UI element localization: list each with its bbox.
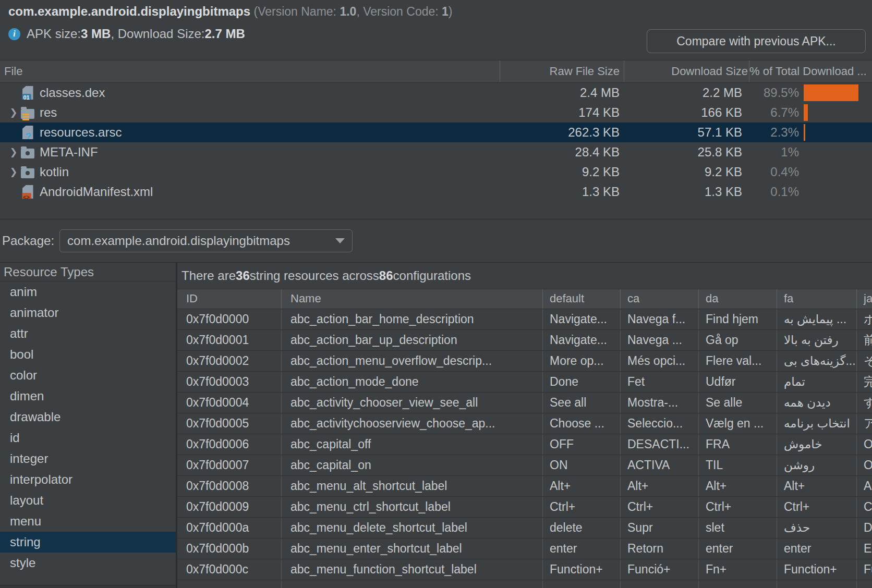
resource-row[interactable]: 0x7f0d000cabc_menu_function_shortcut_lab…: [177, 559, 872, 580]
sidebar-item-animator[interactable]: animator: [0, 302, 176, 323]
chevron-right-icon[interactable]: ❯: [7, 146, 20, 158]
sidebar-item-layout[interactable]: layout: [0, 490, 176, 511]
sidebar-item-id[interactable]: id: [0, 427, 176, 448]
cell-name: abc_action_bar_up_description: [282, 330, 543, 350]
cell-id: 0x7f0d0009: [177, 497, 282, 517]
cell-name: abc_action_menu_overflow_descrip...: [282, 351, 543, 371]
cell-id: 0x7f0d0003: [177, 372, 282, 392]
download-size-cell: 166 KB: [624, 105, 749, 120]
cell-da: Fn+: [699, 559, 777, 580]
resource-row[interactable]: 0x7f0d000babc_menu_enter_shortcut_labele…: [177, 538, 872, 559]
column-header-da[interactable]: da: [699, 289, 777, 309]
cell-name: abc_menu_enter_shortcut_label: [282, 538, 543, 559]
resource-row[interactable]: 0x7f0d0007abc_capital_onONACTIVATILروشنO…: [177, 455, 872, 476]
file-tree: 01classes.dex2.4 MB2.2 MB89.5%❯res174 KB…: [0, 83, 872, 202]
chevron-down-icon: [335, 238, 345, 243]
cell-da: Flere val...: [699, 351, 777, 371]
resource-row[interactable]: 0x7f0d0008abc_menu_alt_shortcut_labelAlt…: [177, 476, 872, 497]
resource-summary: There are 36 string resources across 86 …: [177, 263, 872, 289]
package-dropdown[interactable]: com.example.android.displayingbitmaps: [59, 229, 353, 252]
resource-table-header: ID Name default ca da fa ja: [177, 289, 872, 310]
column-header-name[interactable]: Name: [282, 289, 543, 309]
resource-row[interactable]: 0x7f0d0003abc_action_mode_doneDoneFetUdf…: [177, 372, 872, 393]
sidebar-item-bool[interactable]: bool: [0, 344, 176, 365]
file-row[interactable]: 01classes.dex2.4 MB2.2 MB89.5%: [0, 83, 872, 103]
cell-fa: گزینه‌های بی...: [777, 351, 857, 371]
percent-value: 6.7%: [749, 105, 799, 120]
sidebar-item-integer[interactable]: integer: [0, 448, 176, 469]
resource-row[interactable]: 0x7f0d0005abc_activitychooserview_choose…: [177, 413, 872, 434]
file-name: res: [40, 105, 500, 120]
cell-ja: 前: [857, 330, 872, 350]
cell-default: Choose ...: [543, 413, 621, 434]
column-header-raw-file-size[interactable]: Raw File Size: [500, 60, 624, 82]
sidebar-item-menu[interactable]: menu: [0, 511, 176, 532]
column-header-default[interactable]: default: [543, 289, 621, 309]
column-header-fa[interactable]: fa: [777, 289, 857, 309]
file-name: kotlin: [40, 165, 500, 179]
file-table-header: File Raw File Size Download Size % of To…: [0, 60, 872, 83]
summary-prefix: There are: [181, 268, 236, 283]
percent-bar-track: [804, 124, 872, 141]
cell-da: Alt+: [699, 476, 777, 496]
sidebar-item-string[interactable]: string: [0, 532, 176, 553]
file-row[interactable]: ❯res174 KB166 KB6.7%: [0, 103, 872, 123]
apk-size-label: APK size:: [27, 27, 81, 41]
summary-mid: string resources across: [250, 268, 379, 283]
resource-row[interactable]: 0x7f0d000aabc_menu_delete_shortcut_label…: [177, 518, 872, 538]
column-header-id[interactable]: ID: [177, 289, 282, 309]
percent-bar-track: [804, 164, 872, 180]
chevron-right-icon[interactable]: ❯: [7, 166, 20, 178]
cell-ca: Navega ...: [621, 330, 699, 350]
resource-row[interactable]: 0x7f0d0001abc_action_bar_up_descriptionN…: [177, 330, 872, 351]
percent-value: 89.5%: [749, 85, 799, 100]
cell-ja: Fu: [857, 559, 872, 580]
column-header-ca[interactable]: ca: [621, 289, 699, 309]
page-title: com.example.android.displayingbitmaps (V…: [8, 4, 872, 19]
sidebar-item-interpolator[interactable]: interpolator: [0, 469, 176, 490]
download-size-cell: 9.2 KB: [624, 165, 749, 179]
download-size-label: , Download Size:: [111, 27, 204, 41]
sidebar-item-color[interactable]: color: [0, 365, 176, 386]
resource-row[interactable]: 0x7f0d0004abc_activity_chooser_view_see_…: [177, 393, 872, 413]
cell-fa: رفتن به بالا: [777, 330, 857, 350]
column-header-download-size[interactable]: Download Size: [624, 60, 749, 82]
sidebar-footer: [0, 585, 176, 588]
resource-row[interactable]: 0x7f0d0002abc_action_menu_overflow_descr…: [177, 351, 872, 372]
cell-ca: Retorn: [621, 538, 699, 559]
cell-fa: پیمایش به ...: [777, 309, 857, 329]
cell-ja: Ct: [857, 497, 872, 517]
cell-name: abc_capital_on: [282, 455, 543, 475]
chevron-right-icon[interactable]: ❯: [7, 107, 20, 118]
cell-default: Alt+: [543, 476, 621, 496]
sidebar-item-style[interactable]: style: [0, 553, 176, 573]
resource-row[interactable]: 0x7f0d0006abc_capital_offOFFDESACTI...FR…: [177, 434, 872, 455]
sidebar-item-attr[interactable]: attr: [0, 323, 176, 344]
cell-fa: دیدن همه: [777, 393, 857, 413]
sidebar-item-dimen[interactable]: dimen: [0, 386, 176, 407]
resource-row[interactable]: 0x7f0d0009abc_menu_ctrl_shortcut_labelCt…: [177, 497, 872, 518]
cell-da: Find hjem: [699, 309, 777, 329]
cell-default: More op...: [543, 351, 621, 371]
sidebar-item-anim[interactable]: anim: [0, 281, 176, 302]
download-size-cell: 57.1 KB: [624, 125, 749, 140]
sidebar-item-drawable[interactable]: drawable: [0, 407, 176, 427]
cell-da: FRA: [699, 434, 777, 455]
summary-count: 36: [236, 268, 250, 283]
cell-fa: Alt+: [777, 476, 857, 496]
column-header-percent-of-total-download[interactable]: % of Total Download ...: [749, 60, 872, 82]
file-row[interactable]: ❯kotlin9.2 KB9.2 KB0.4%: [0, 162, 872, 182]
download-size-cell: 25.8 KB: [624, 145, 749, 160]
percent-bar: [804, 124, 805, 141]
column-header-ja[interactable]: ja: [857, 289, 872, 309]
column-header-file[interactable]: File: [0, 60, 500, 82]
raw-file-size-cell: 262.3 KB: [500, 125, 624, 140]
compare-with-previous-apk-button[interactable]: Compare with previous APK...: [647, 29, 866, 53]
file-row[interactable]: <>AndroidManifest.xml1.3 KB1.3 KB0.1%: [0, 182, 872, 202]
cell-default: OFF: [543, 434, 621, 455]
percent-value: 1%: [749, 145, 799, 160]
percent-value: 0.1%: [749, 185, 799, 199]
file-row[interactable]: ?resources.arsc262.3 KB57.1 KB2.3%: [0, 123, 872, 142]
resource-row[interactable]: 0x7f0d0000abc_action_bar_home_descriptio…: [177, 309, 872, 330]
file-row[interactable]: ❯META-INF28.4 KB25.8 KB1%: [0, 142, 872, 162]
